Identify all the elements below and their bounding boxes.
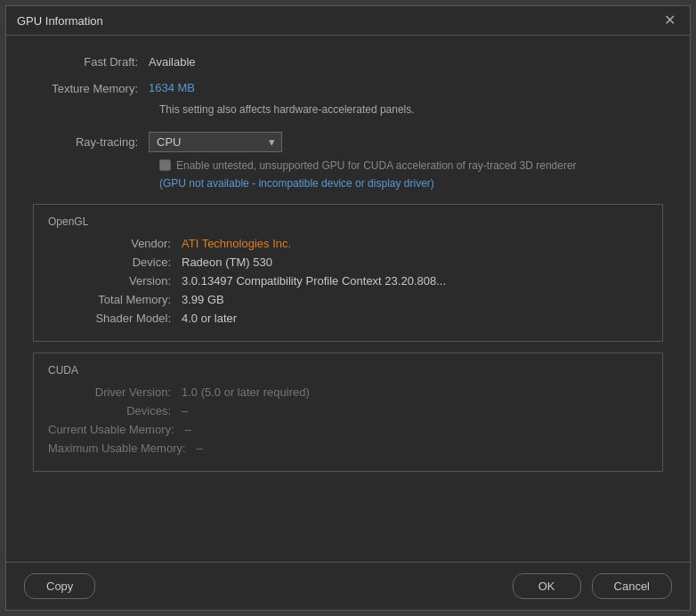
opengl-version-value: 3.0.13497 Compatibility Profile Context …: [182, 274, 446, 288]
cuda-max-memory-label: Maximum Usable Memory:: [48, 442, 197, 455]
copy-button[interactable]: Copy: [24, 573, 95, 599]
gpu-info-dialog: GPU Information ✕ Fast Draft: Available …: [5, 5, 691, 611]
fast-draft-value: Available: [149, 53, 196, 72]
opengl-shader-model-value: 4.0 or later: [182, 312, 237, 325]
cuda-driver-version-row: Driver Version: 1.0 (5.0 or later requir…: [48, 385, 648, 399]
texture-memory-note: This setting also affects hardware-accel…: [159, 101, 663, 118]
cancel-button[interactable]: Cancel: [592, 573, 672, 599]
opengl-shader-model-label: Shader Model:: [48, 312, 182, 325]
cuda-current-memory-row: Current Usable Memory: –: [48, 423, 648, 436]
cuda-driver-version-label: Driver Version:: [48, 385, 182, 399]
ray-tracing-label: Ray-tracing:: [33, 135, 149, 149]
dialog-title: GPU Information: [17, 14, 103, 28]
cuda-driver-version-value: 1.0 (5.0 or later required): [182, 385, 310, 399]
dialog-footer: Copy OK Cancel: [6, 562, 690, 610]
ok-button[interactable]: OK: [513, 573, 581, 599]
ray-tracing-dropdown-wrapper: CPU GPU: [149, 132, 282, 152]
ray-tracing-dropdown[interactable]: CPU GPU: [149, 132, 282, 152]
cuda-checkbox-row: Enable untested, unsupported GPU for CUD…: [159, 159, 663, 172]
cuda-max-memory-row: Maximum Usable Memory: –: [48, 442, 648, 455]
opengl-vendor-label: Vendor:: [48, 237, 182, 250]
cuda-section: CUDA Driver Version: 1.0 (5.0 or later r…: [33, 353, 663, 472]
opengl-section-title: OpenGL: [48, 215, 648, 228]
opengl-device-row: Device: Radeon (TM) 530: [48, 255, 648, 269]
cuda-devices-label: Devices:: [48, 404, 182, 417]
dialog-content: Fast Draft: Available Texture Memory: 16…: [6, 36, 690, 562]
opengl-version-label: Version:: [48, 274, 182, 288]
footer-right-buttons: OK Cancel: [513, 573, 672, 599]
opengl-total-memory-label: Total Memory:: [48, 293, 182, 306]
ray-tracing-row: Ray-tracing: CPU GPU: [33, 132, 663, 152]
fast-draft-row: Fast Draft: Available: [33, 53, 663, 72]
texture-memory-label: Texture Memory:: [33, 82, 149, 95]
cuda-devices-value: –: [182, 404, 188, 417]
opengl-vendor-value: ATI Technologies Inc.: [182, 237, 291, 250]
fast-draft-label: Fast Draft:: [33, 53, 149, 72]
cuda-max-memory-value: –: [197, 442, 203, 455]
opengl-vendor-row: Vendor: ATI Technologies Inc.: [48, 237, 648, 250]
opengl-shader-model-row: Shader Model: 4.0 or later: [48, 312, 648, 325]
opengl-total-memory-value: 3.99 GB: [182, 293, 224, 306]
opengl-device-label: Device:: [48, 255, 182, 269]
gpu-warning: (GPU not available - incompatible device…: [159, 177, 663, 190]
opengl-total-memory-row: Total Memory: 3.99 GB: [48, 293, 648, 306]
cuda-section-title: CUDA: [48, 364, 648, 377]
title-bar: GPU Information ✕: [6, 6, 690, 36]
cuda-current-memory-label: Current Usable Memory:: [48, 423, 185, 436]
cuda-current-memory-value: –: [185, 423, 191, 436]
texture-memory-value: 1634 MB: [149, 79, 195, 98]
opengl-device-value: Radeon (TM) 530: [182, 255, 272, 269]
texture-memory-row: Texture Memory: 1634 MB: [33, 79, 663, 98]
opengl-section: OpenGL Vendor: ATI Technologies Inc. Dev…: [33, 204, 663, 342]
close-button[interactable]: ✕: [660, 13, 679, 28]
opengl-version-row: Version: 3.0.13497 Compatibility Profile…: [48, 274, 648, 288]
cuda-checkbox[interactable]: [159, 159, 171, 171]
cuda-devices-row: Devices: –: [48, 404, 648, 417]
cuda-checkbox-label: Enable untested, unsupported GPU for CUD…: [176, 159, 577, 172]
